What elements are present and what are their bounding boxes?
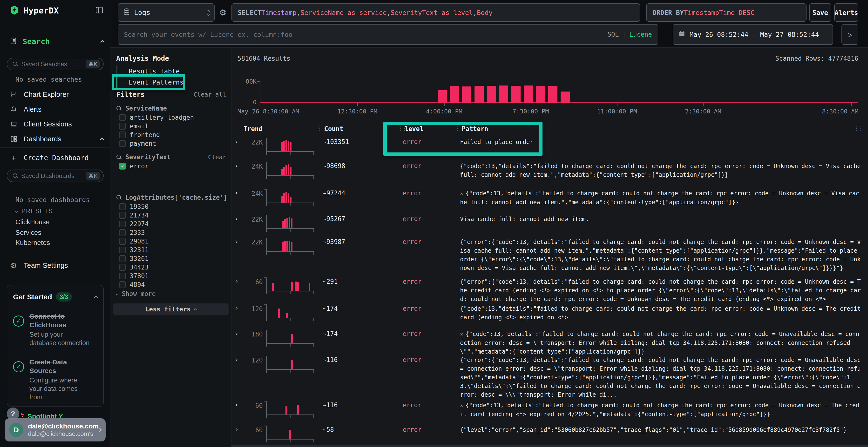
clear-filter-link[interactable]: Clear xyxy=(208,153,226,161)
date-range-picker[interactable]: May 26 08:52:44 - May 27 08:52:44 xyxy=(673,24,833,45)
checkbox-unchecked[interactable] xyxy=(119,140,126,147)
row-expand-chevron[interactable] xyxy=(231,135,241,160)
histogram-bar[interactable] xyxy=(499,85,508,103)
table-row[interactable]: 22K~103351errorFailed to place order xyxy=(231,135,868,160)
checkbox-unchecked[interactable] xyxy=(119,132,126,138)
event-search-input[interactable] xyxy=(124,31,607,38)
chevron-up-icon[interactable] xyxy=(100,40,104,44)
table-row[interactable]: 24K~98698error{"code":13,"details":"fail… xyxy=(231,160,868,187)
sidebar-item-chart-explorer[interactable]: Chart Explorer xyxy=(10,88,104,101)
histogram-bar[interactable] xyxy=(450,86,459,103)
alerts-button[interactable]: Alerts xyxy=(834,3,858,22)
sidebar-item-dashboards[interactable]: Dashboards xyxy=(10,132,104,146)
histogram-bar[interactable] xyxy=(512,86,521,103)
chevron-up-icon[interactable] xyxy=(94,296,98,300)
horizontal-scrollbar[interactable] xyxy=(231,445,868,447)
row-expand-chevron[interactable] xyxy=(231,399,241,423)
saved-searches-input[interactable] xyxy=(21,61,83,68)
table-row[interactable]: 22K~93987error{"error":{"code":13,"detai… xyxy=(231,235,868,275)
preset-services[interactable]: Services xyxy=(16,229,41,237)
col-trend[interactable]: Trend xyxy=(244,125,262,133)
table-row[interactable]: 22K~95267errorVisa cache full: cannot ad… xyxy=(231,212,868,235)
col-count[interactable]: Count xyxy=(324,125,343,133)
chevron-up-icon[interactable] xyxy=(100,138,104,142)
source-select[interactable]: Logs xyxy=(118,3,215,22)
filter-option[interactable]: 33261 xyxy=(116,254,226,263)
dismiss-x-icon[interactable]: × xyxy=(460,403,463,409)
less-filters-button[interactable]: Less filters xyxy=(113,304,228,315)
checkbox-unchecked[interactable] xyxy=(119,114,126,121)
histogram-bar[interactable] xyxy=(462,87,471,103)
row-expand-chevron[interactable] xyxy=(231,187,241,212)
sidebar-item-client-sessions[interactable]: Client Sessions xyxy=(10,117,104,131)
histogram-bar[interactable] xyxy=(561,92,570,103)
filter-option[interactable]: 29081 xyxy=(116,237,226,246)
preset-clickhouse[interactable]: ClickHouse xyxy=(16,218,50,226)
histogram-bar[interactable] xyxy=(438,90,447,103)
histogram-bar[interactable] xyxy=(474,86,484,103)
user-account-chip[interactable]: D dale@clickhouse.com dale@clickhouse.co… xyxy=(5,418,105,442)
select-query-input[interactable]: SELECT Timestamp, ServiceName as service… xyxy=(231,3,640,22)
table-row[interactable]: 24K~97244error×{"code":13,"details":"fai… xyxy=(231,187,868,212)
checkbox-unchecked[interactable] xyxy=(119,238,126,245)
save-button[interactable]: Save xyxy=(809,3,831,22)
filter-option[interactable]: email xyxy=(116,122,226,131)
analysis-mode-results-table[interactable]: Results Table xyxy=(117,66,227,77)
table-row[interactable]: 60~116error×{"code":13,"details":"failed… xyxy=(231,399,868,423)
create-dashboard-button[interactable]: + Create Dashboard xyxy=(10,151,104,165)
table-row[interactable]: 60~58error{"level":"error","span_id":"53… xyxy=(231,423,868,445)
row-expand-chevron[interactable] xyxy=(231,353,241,399)
filter-option[interactable]: 32311 xyxy=(116,246,226,254)
presets-toggle[interactable]: PRESETS xyxy=(16,208,53,215)
dismiss-x-icon[interactable]: × xyxy=(460,191,463,197)
histogram-bar[interactable] xyxy=(524,85,533,103)
analysis-mode-event-patterns[interactable]: Event Patterns xyxy=(117,77,227,88)
event-search-bar[interactable]: SQL|Lucene xyxy=(118,24,658,45)
row-expand-chevron[interactable] xyxy=(231,212,241,235)
col-pattern[interactable]: Pattern xyxy=(462,125,488,133)
checkbox-unchecked[interactable] xyxy=(119,123,126,130)
preset-kubernetes[interactable]: Kubernetes xyxy=(16,239,50,247)
dismiss-x-icon[interactable]: × xyxy=(460,332,463,337)
table-row[interactable]: 180~174error×{"code":13,"details":"faile… xyxy=(231,327,868,353)
row-expand-chevron[interactable] xyxy=(231,423,241,445)
checkbox-unchecked[interactable] xyxy=(119,203,126,210)
filter-option[interactable]: 4894 xyxy=(116,280,226,289)
checkbox-unchecked[interactable] xyxy=(119,264,126,271)
table-row[interactable]: 120~174error{"code":13,"details":"failed… xyxy=(231,302,868,327)
checkbox-unchecked[interactable] xyxy=(119,273,126,279)
filter-option[interactable]: ✓error xyxy=(116,162,226,171)
row-expand-chevron[interactable] xyxy=(231,160,241,187)
saved-dashboards-input[interactable] xyxy=(21,172,83,180)
row-expand-chevron[interactable] xyxy=(231,275,241,304)
checkbox-unchecked[interactable] xyxy=(119,281,126,288)
row-expand-chevron[interactable] xyxy=(231,302,241,327)
table-options-handle[interactable]: ⋮⋮ xyxy=(854,126,863,132)
show-more-link[interactable]: Show more xyxy=(116,289,226,299)
filter-option[interactable]: 37801 xyxy=(116,272,226,280)
row-expand-chevron[interactable] xyxy=(231,235,241,275)
order-by-input[interactable]: ORDER BY TimestampTime DESC xyxy=(646,3,807,22)
filter-option[interactable]: payment xyxy=(116,139,226,148)
run-query-button[interactable]: ▷ xyxy=(841,24,858,45)
filter-option[interactable]: frontend xyxy=(116,131,226,139)
filter-option[interactable]: 34423 xyxy=(116,263,226,272)
histogram-bar[interactable] xyxy=(548,86,557,103)
filter-option[interactable]: 19350 xyxy=(116,202,226,211)
sidebar-item-alerts[interactable]: Alerts xyxy=(10,103,104,116)
table-row[interactable]: 60~291error{"error":{"code":13,"details"… xyxy=(231,275,868,302)
filter-option[interactable]: 22974 xyxy=(116,220,226,228)
filter-option[interactable]: 21734 xyxy=(116,211,226,220)
lang-lucene[interactable]: Lucene xyxy=(629,31,652,38)
lang-sql[interactable]: SQL xyxy=(607,31,619,38)
sidebar-item-team-settings[interactable]: ⚙ Team Settings xyxy=(10,259,104,272)
table-row[interactable]: 120~116error{"error":{"code":13,"details… xyxy=(231,353,868,399)
checkbox-checked[interactable]: ✓ xyxy=(119,163,126,170)
saved-dashboards-search[interactable]: ⌘K xyxy=(7,170,104,182)
checkbox-unchecked[interactable] xyxy=(119,229,126,236)
sidebar-item-search[interactable]: Search xyxy=(10,35,104,48)
col-level[interactable]: level xyxy=(405,125,424,133)
checkbox-unchecked[interactable] xyxy=(119,212,126,219)
histogram-bar[interactable] xyxy=(487,86,496,103)
query-language-toggle[interactable]: SQL|Lucene xyxy=(607,31,652,38)
